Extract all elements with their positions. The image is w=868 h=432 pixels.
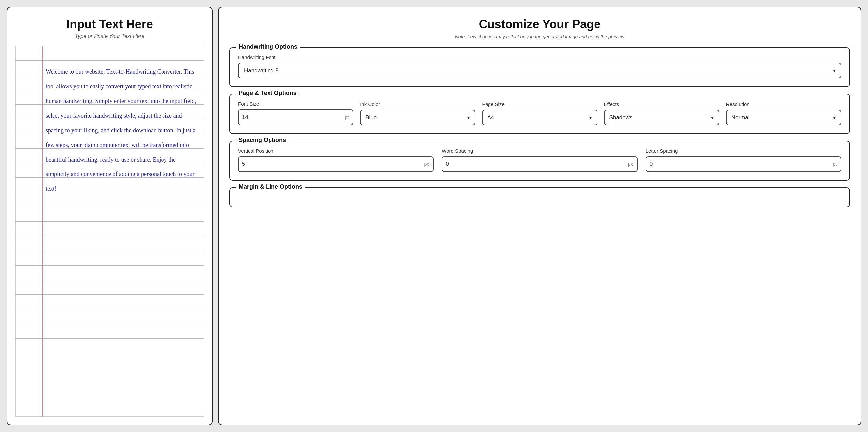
- resolution-field: Resolution Low Normal High Ultra ▼: [726, 101, 841, 125]
- left-panel: Input Text Here Type or Paste Your Text …: [7, 7, 213, 425]
- vertical-position-unit: px: [421, 161, 433, 167]
- red-margin-line: [42, 46, 43, 416]
- effects-select[interactable]: None Shadows Blur Glow: [605, 110, 710, 125]
- right-panel-note: Note: Few changes may reflect only in th…: [229, 34, 850, 39]
- effects-field: Effects None Shadows Blur Glow ▼: [604, 101, 719, 125]
- ink-color-select[interactable]: Black Blue Red Green: [361, 110, 466, 125]
- notebook-line: [16, 324, 204, 339]
- font-size-unit: pt: [341, 115, 353, 120]
- notebook-area[interactable]: Welcome to our website, Text-to-Handwrit…: [15, 46, 204, 417]
- word-spacing-field: Word Spacing px: [442, 148, 638, 172]
- ink-color-field: Ink Color Black Blue Red Green ▼: [360, 101, 475, 125]
- handwriting-text: Welcome to our website, Text-to-Handwrit…: [45, 64, 200, 196]
- word-spacing-input-wrapper[interactable]: px: [442, 156, 638, 172]
- ink-color-chevron-icon: ▼: [466, 115, 475, 120]
- notebook-line: [16, 222, 204, 236]
- notebook-line: [16, 295, 204, 309]
- handwriting-options-section: Handwriting Options Handwriting Font Han…: [229, 47, 850, 87]
- notebook-line: [16, 251, 204, 266]
- right-panel-title: Customize Your Page: [229, 17, 850, 31]
- vertical-position-input[interactable]: [239, 157, 421, 172]
- spacing-grid: Vertical Position px Word Spacing px Let…: [238, 148, 841, 172]
- page-size-field: Page Size A4 A3 Letter Legal ▼: [482, 101, 597, 125]
- page-size-label: Page Size: [482, 101, 597, 107]
- spacing-options-section: Spacing Options Vertical Position px Wor…: [229, 141, 850, 181]
- handwriting-options-title: Handwriting Options: [236, 43, 300, 50]
- margin-line-options-title: Margin & Line Options: [236, 183, 305, 190]
- letter-spacing-label: Letter Spacing: [646, 148, 841, 154]
- word-spacing-input[interactable]: [442, 157, 624, 172]
- resolution-chevron-icon: ▼: [832, 115, 841, 120]
- word-spacing-unit: px: [624, 161, 637, 167]
- left-panel-title: Input Text Here: [66, 17, 153, 31]
- ink-color-label: Ink Color: [360, 101, 475, 107]
- effects-label: Effects: [604, 101, 719, 107]
- font-size-field: Font Size pt: [238, 101, 353, 125]
- font-select-wrapper[interactable]: Handwriting-1 Handwriting-2 Handwriting-…: [238, 63, 841, 79]
- letter-spacing-unit: pt: [829, 161, 841, 167]
- left-panel-subtitle: Type or Paste Your Text Here: [75, 33, 145, 39]
- resolution-select-wrapper[interactable]: Low Normal High Ultra ▼: [726, 110, 841, 125]
- notebook-line: [16, 46, 204, 61]
- page-size-select[interactable]: A4 A3 Letter Legal: [483, 110, 588, 125]
- notebook-line: [16, 207, 204, 222]
- resolution-select[interactable]: Low Normal High Ultra: [727, 110, 832, 125]
- handwriting-font-select[interactable]: Handwriting-1 Handwriting-2 Handwriting-…: [238, 63, 841, 79]
- notebook-line: [16, 236, 204, 251]
- notebook-line: [16, 266, 204, 280]
- resolution-label: Resolution: [726, 101, 841, 107]
- page-size-chevron-icon: ▼: [588, 115, 597, 120]
- page-text-options-title: Page & Text Options: [236, 90, 300, 97]
- letter-spacing-input[interactable]: [646, 157, 829, 172]
- effects-chevron-icon: ▼: [710, 115, 719, 120]
- font-size-input-wrapper[interactable]: pt: [238, 109, 353, 125]
- right-panel: Customize Your Page Note: Few changes ma…: [218, 7, 861, 425]
- page-text-options-grid: Font Size pt Ink Color Black Blue Red Gr…: [238, 101, 841, 125]
- font-label: Handwriting Font: [238, 55, 841, 60]
- vertical-position-field: Vertical Position px: [238, 148, 434, 172]
- ink-color-select-wrapper[interactable]: Black Blue Red Green ▼: [360, 110, 475, 125]
- spacing-options-title: Spacing Options: [236, 136, 289, 144]
- notebook-line: [16, 280, 204, 295]
- margin-line-options-section: Margin & Line Options: [229, 187, 850, 207]
- letter-spacing-input-wrapper[interactable]: pt: [646, 156, 841, 172]
- notebook-line: [16, 309, 204, 324]
- page-text-options-section: Page & Text Options Font Size pt Ink Col…: [229, 94, 850, 134]
- vertical-position-label: Vertical Position: [238, 148, 434, 154]
- font-size-input[interactable]: [239, 110, 341, 125]
- word-spacing-label: Word Spacing: [442, 148, 638, 154]
- font-size-label: Font Size: [238, 101, 353, 107]
- effects-select-wrapper[interactable]: None Shadows Blur Glow ▼: [604, 110, 719, 125]
- vertical-position-input-wrapper[interactable]: px: [238, 156, 434, 172]
- letter-spacing-field: Letter Spacing pt: [646, 148, 841, 172]
- page-size-select-wrapper[interactable]: A4 A3 Letter Legal ▼: [482, 110, 597, 125]
